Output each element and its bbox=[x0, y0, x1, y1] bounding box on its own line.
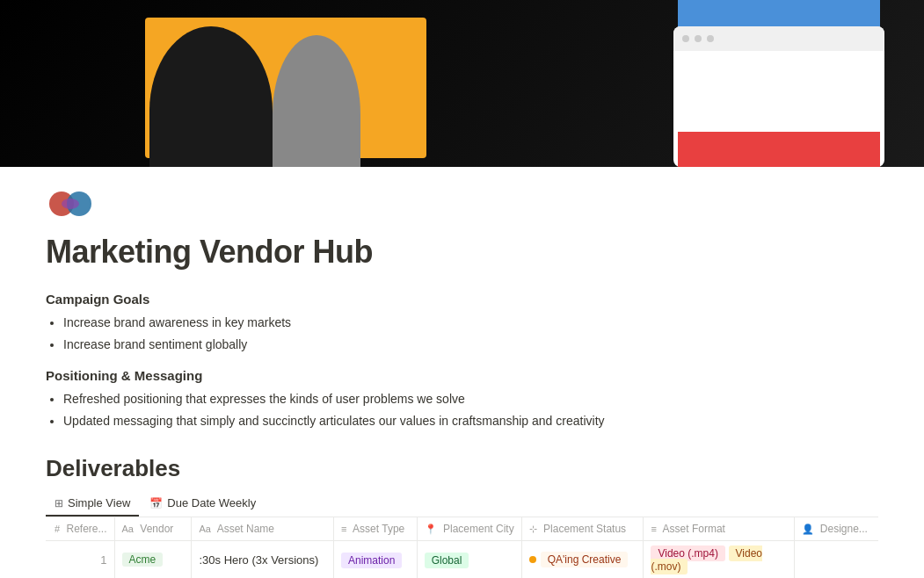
col-header-asset-name: Aa Asset Name bbox=[192, 517, 334, 541]
asset-format-col-icon: ≡ bbox=[651, 524, 656, 534]
asset-name-col-icon: Aa bbox=[199, 524, 210, 534]
col-header-ref: # Refere... bbox=[46, 517, 114, 541]
cell-placement-city-1: Global bbox=[417, 541, 521, 579]
section-heading-positioning: Positioning & Messaging bbox=[46, 368, 878, 383]
ref-col-icon: # bbox=[55, 524, 60, 534]
placement-city-col-icon: 📍 bbox=[425, 524, 437, 534]
designer-col-icon: 👤 bbox=[802, 524, 814, 534]
tab-due-date-label: Due Date Weekly bbox=[167, 496, 256, 509]
deliverables-table: # Refere... Aa Vendor Aa Asset Name ≡ As… bbox=[46, 517, 878, 578]
cell-asset-format-1: Video (.mp4) Video (.mov) bbox=[644, 541, 794, 579]
table-row[interactable]: 1 Acme :30s Hero (3x Versions) Animation… bbox=[46, 541, 878, 579]
cell-placement-status-1: QA'ing Creative bbox=[521, 541, 644, 579]
section-positioning: Positioning & Messaging Refreshed positi… bbox=[46, 368, 878, 430]
asset-type-col-icon: ≡ bbox=[341, 524, 346, 534]
tab-simple-view[interactable]: ⊞ Simple View bbox=[46, 491, 139, 517]
cell-designer-1 bbox=[794, 541, 878, 579]
cell-asset-name-1: :30s Hero (3x Versions) bbox=[192, 541, 334, 579]
asset-type-tag-1: Animation bbox=[341, 553, 402, 568]
table-header-row: # Refere... Aa Vendor Aa Asset Name ≡ As… bbox=[46, 517, 878, 541]
cell-ref-1: 1 bbox=[46, 541, 114, 579]
positioning-list: Refreshed positioning that expresses the… bbox=[63, 390, 878, 430]
section-heading-campaign: Campaign Goals bbox=[46, 292, 878, 307]
placement-city-tag-1: Global bbox=[425, 553, 469, 568]
deliverables-table-wrapper: # Refere... Aa Vendor Aa Asset Name ≡ As… bbox=[46, 517, 878, 578]
logo-area bbox=[0, 167, 924, 223]
section-campaign-goals: Campaign Goals Increase brand awareness … bbox=[46, 292, 878, 354]
col-header-asset-format: ≡ Asset Format bbox=[644, 517, 794, 541]
hero-banner: V bbox=[0, 0, 924, 167]
vendor-tag-1: Acme bbox=[122, 553, 164, 567]
due-date-icon: 📅 bbox=[149, 497, 163, 509]
page-title: Marketing Vendor Hub bbox=[46, 234, 878, 271]
campaign-goal-2: Increase brand sentiment globally bbox=[63, 336, 878, 354]
col-header-vendor: Aa Vendor bbox=[114, 517, 192, 541]
col-header-designer: 👤 Designe... bbox=[794, 517, 878, 541]
svg-point-2 bbox=[62, 199, 79, 209]
cell-asset-type-1: Animation bbox=[334, 541, 418, 579]
col-header-placement-status: ⊹ Placement Status bbox=[521, 517, 644, 541]
positioning-item-2: Updated messaging that simply and succin… bbox=[63, 412, 878, 430]
main-content: Marketing Vendor Hub Campaign Goals Incr… bbox=[0, 223, 924, 578]
placement-status-col-icon: ⊹ bbox=[529, 524, 537, 534]
tab-due-date-weekly[interactable]: 📅 Due Date Weekly bbox=[141, 491, 265, 517]
simple-view-icon: ⊞ bbox=[55, 497, 63, 509]
vendor-col-icon: Aa bbox=[122, 524, 134, 534]
positioning-item-1: Refreshed positioning that expresses the… bbox=[63, 390, 878, 408]
view-tabs: ⊞ Simple View 📅 Due Date Weekly bbox=[46, 491, 878, 517]
col-header-placement-city: 📍 Placement City bbox=[417, 517, 521, 541]
status-dot-1 bbox=[529, 556, 536, 563]
deliverables-title: Deliverables bbox=[46, 455, 878, 482]
campaign-goals-list: Increase brand awareness in key markets … bbox=[63, 314, 878, 354]
brand-logo bbox=[46, 184, 95, 223]
tab-simple-view-label: Simple View bbox=[68, 496, 130, 509]
placement-status-tag-1: QA'ing Creative bbox=[541, 552, 629, 567]
campaign-goal-1: Increase brand awareness in key markets bbox=[63, 314, 878, 332]
col-header-asset-type: ≡ Asset Type bbox=[334, 517, 418, 541]
cell-vendor-1: Acme bbox=[114, 541, 192, 579]
hero-red-bar bbox=[678, 132, 880, 167]
